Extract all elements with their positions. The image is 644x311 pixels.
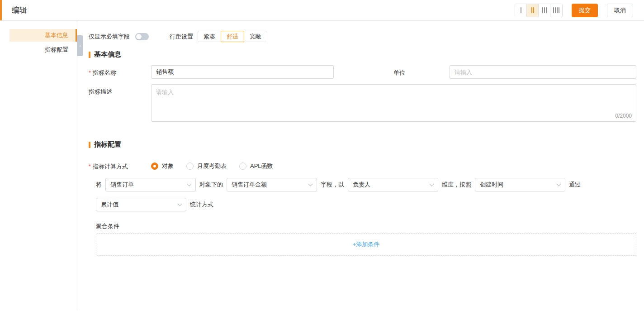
- section-basic-info-title: 基本信息: [94, 50, 121, 59]
- radio-unselected-icon: [186, 163, 194, 170]
- add-condition-link[interactable]: +添加条件: [353, 240, 380, 249]
- radio-unselected-icon: [239, 163, 246, 170]
- spacing-segmented-control: 紧凑 舒适 宽敞: [198, 31, 267, 42]
- main-content: 仅显示必填字段 行距设置 紧凑 舒适 宽敞 基本信息 指标名称 单位 指标描述: [77, 21, 644, 311]
- chevron-down-icon: [430, 182, 434, 186]
- spacing-option-compact[interactable]: 紧凑: [198, 31, 221, 42]
- metric-name-label: 指标名称: [89, 65, 151, 79]
- density-1-bars-icon[interactable]: [515, 4, 527, 17]
- unit-label: 单位: [393, 65, 450, 79]
- metric-name-input[interactable]: [151, 65, 334, 79]
- header-accent-bar: [0, 0, 2, 20]
- chevron-down-icon: [187, 182, 192, 186]
- toggle-knob: [136, 34, 142, 39]
- sidebar-item-basic-info[interactable]: 基本信息: [9, 29, 77, 42]
- word-through: 通过: [569, 181, 581, 189]
- dimension-select[interactable]: 负责人: [348, 178, 438, 191]
- sidebar: 基本信息 指标配置 ‹: [0, 21, 77, 311]
- section-accent-bar: [89, 142, 90, 148]
- word-stat-method: 统计方式: [190, 201, 213, 209]
- radio-object-label: 对象: [162, 162, 174, 170]
- row-calc-method: 指标计算方式 对象 月度考勤表 APL函数: [89, 159, 636, 171]
- calc-method-radio-group: 对象 月度考勤表 APL函数: [151, 159, 273, 171]
- stat-method-row: 累计值 统计方式: [96, 198, 636, 211]
- word-dim-by: 维度，按照: [442, 181, 471, 189]
- radio-apl-function[interactable]: APL函数: [239, 162, 273, 170]
- chevron-down-icon: [178, 201, 182, 206]
- formula-sentence: 将 销售订单 对象下的 销售订单金额 字段，以 负责人 维度，按照 创建时间 通…: [96, 178, 636, 191]
- section-accent-bar: [89, 52, 90, 58]
- calc-method-label: 指标计算方式: [89, 159, 151, 171]
- content-toolbar: 仅显示必填字段 行距设置 紧凑 舒适 宽敞: [89, 31, 636, 42]
- density-4-bars-icon[interactable]: [550, 4, 562, 17]
- sidebar-item-metric-config[interactable]: 指标配置: [9, 43, 77, 56]
- row-description: 指标描述 0/2000: [89, 84, 636, 123]
- metric-description-label: 指标描述: [89, 84, 151, 123]
- object-select-value: 销售订单: [110, 181, 134, 189]
- date-select[interactable]: 创建时间: [475, 178, 565, 191]
- submit-button[interactable]: 提交: [572, 4, 598, 17]
- section-basic-info: 基本信息: [89, 50, 636, 59]
- page-body: 基本信息 指标配置 ‹ 仅显示必填字段 行距设置 紧凑 舒适 宽敞 基本信息 指: [0, 21, 644, 311]
- object-select[interactable]: 销售订单: [105, 178, 196, 191]
- density-control: [515, 4, 563, 17]
- metric-description-textarea[interactable]: [151, 84, 636, 122]
- density-2-bars-icon[interactable]: [527, 4, 539, 17]
- unit-input[interactable]: [450, 65, 636, 79]
- cancel-button[interactable]: 取消: [607, 4, 633, 17]
- stat-method-select-value: 累计值: [101, 201, 118, 209]
- radio-apl-function-label: APL函数: [250, 162, 273, 170]
- sidebar-collapse-handle[interactable]: ‹: [77, 35, 83, 56]
- header-actions: 提交 取消: [515, 4, 644, 17]
- header: 编辑 提交 取消: [0, 0, 644, 21]
- section-metric-config: 指标配置: [89, 140, 636, 149]
- spacing-option-loose[interactable]: 宽敞: [244, 31, 267, 42]
- required-only-label: 仅显示必填字段: [89, 33, 130, 41]
- word-under-object: 对象下的: [199, 181, 223, 189]
- section-metric-config-title: 指标配置: [94, 140, 121, 149]
- dimension-select-value: 负责人: [353, 181, 370, 189]
- row-name-unit: 指标名称 单位: [89, 65, 636, 79]
- aggregate-condition-box: +添加条件: [96, 233, 636, 256]
- stat-method-select[interactable]: 累计值: [96, 198, 186, 211]
- radio-object[interactable]: 对象: [151, 162, 174, 170]
- chevron-down-icon: [557, 182, 561, 186]
- spacing-setting-label: 行距设置: [170, 33, 193, 41]
- aggregate-condition-label: 聚合条件: [96, 222, 636, 230]
- radio-monthly-attendance-label: 月度考勤表: [197, 162, 227, 170]
- radio-selected-icon: [151, 163, 158, 170]
- chevron-down-icon: [308, 182, 313, 186]
- radio-monthly-attendance[interactable]: 月度考勤表: [186, 162, 227, 170]
- field-select-value: 销售订单金额: [232, 181, 267, 189]
- page-title: 编辑: [12, 5, 27, 15]
- density-3-bars-icon[interactable]: [539, 4, 550, 17]
- description-textarea-wrap: 0/2000: [151, 84, 636, 123]
- date-select-value: 创建时间: [480, 181, 503, 189]
- word-jiang: 将: [96, 181, 102, 189]
- spacing-option-comfortable[interactable]: 舒适: [221, 31, 244, 42]
- word-field-by: 字段，以: [321, 181, 344, 189]
- field-select[interactable]: 销售订单金额: [227, 178, 317, 191]
- chevron-left-icon: ‹: [79, 43, 81, 48]
- required-only-toggle[interactable]: [135, 33, 149, 40]
- char-counter: 0/2000: [615, 113, 632, 119]
